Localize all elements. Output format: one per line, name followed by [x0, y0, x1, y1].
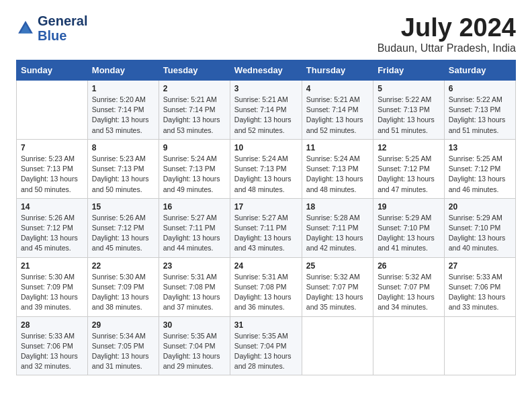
day-cell: 31Sunrise: 5:35 AMSunset: 7:04 PMDayligh… — [230, 316, 302, 375]
col-header-wednesday: Wednesday — [230, 60, 302, 81]
day-cell: 27Sunrise: 5:33 AMSunset: 7:06 PMDayligh… — [444, 257, 515, 316]
day-cell: 20Sunrise: 5:29 AMSunset: 7:10 PMDayligh… — [444, 198, 515, 257]
day-number: 14 — [21, 202, 83, 212]
header: General Blue July 2024 Budaun, Uttar Pra… — [16, 13, 516, 54]
day-detail: Sunrise: 5:33 AMSunset: 7:06 PMDaylight:… — [449, 272, 511, 313]
day-detail: Sunrise: 5:31 AMSunset: 7:08 PMDaylight:… — [163, 272, 226, 313]
day-cell: 10Sunrise: 5:24 AMSunset: 7:13 PMDayligh… — [230, 139, 302, 198]
day-cell: 15Sunrise: 5:26 AMSunset: 7:12 PMDayligh… — [87, 198, 159, 257]
day-detail: Sunrise: 5:24 AMSunset: 7:13 PMDaylight:… — [163, 154, 226, 195]
day-cell: 17Sunrise: 5:27 AMSunset: 7:11 PMDayligh… — [230, 198, 302, 257]
day-cell: 11Sunrise: 5:24 AMSunset: 7:13 PMDayligh… — [302, 139, 373, 198]
day-number: 17 — [234, 202, 298, 212]
day-detail: Sunrise: 5:23 AMSunset: 7:13 PMDaylight:… — [21, 154, 83, 195]
day-detail: Sunrise: 5:32 AMSunset: 7:07 PMDaylight:… — [378, 272, 440, 313]
day-number: 3 — [234, 84, 298, 93]
day-number: 16 — [163, 202, 226, 212]
day-cell: 23Sunrise: 5:31 AMSunset: 7:08 PMDayligh… — [159, 257, 230, 316]
day-cell — [373, 316, 445, 375]
col-header-saturday: Saturday — [444, 60, 515, 81]
day-number: 11 — [306, 143, 369, 152]
day-detail: Sunrise: 5:28 AMSunset: 7:11 PMDaylight:… — [306, 213, 369, 254]
day-cell: 7Sunrise: 5:23 AMSunset: 7:13 PMDaylight… — [17, 139, 88, 198]
day-number: 31 — [234, 320, 298, 330]
day-number: 2 — [163, 84, 226, 93]
day-cell: 14Sunrise: 5:26 AMSunset: 7:12 PMDayligh… — [17, 198, 88, 257]
day-cell: 19Sunrise: 5:29 AMSunset: 7:10 PMDayligh… — [373, 198, 445, 257]
day-cell: 30Sunrise: 5:35 AMSunset: 7:04 PMDayligh… — [159, 316, 230, 375]
day-detail: Sunrise: 5:21 AMSunset: 7:14 PMDaylight:… — [306, 95, 369, 136]
day-cell — [302, 316, 373, 375]
logo: General Blue — [16, 13, 87, 43]
day-detail: Sunrise: 5:22 AMSunset: 7:13 PMDaylight:… — [378, 95, 440, 136]
week-row-2: 7Sunrise: 5:23 AMSunset: 7:13 PMDaylight… — [17, 139, 516, 198]
day-detail: Sunrise: 5:25 AMSunset: 7:12 PMDaylight:… — [449, 154, 511, 195]
day-cell: 26Sunrise: 5:32 AMSunset: 7:07 PMDayligh… — [373, 257, 445, 316]
day-cell: 2Sunrise: 5:21 AMSunset: 7:14 PMDaylight… — [159, 81, 230, 140]
col-header-friday: Friday — [373, 60, 445, 81]
header-row: SundayMondayTuesdayWednesdayThursdayFrid… — [17, 60, 516, 81]
day-detail: Sunrise: 5:21 AMSunset: 7:14 PMDaylight:… — [234, 95, 298, 136]
day-detail: Sunrise: 5:26 AMSunset: 7:12 PMDaylight:… — [92, 213, 154, 254]
day-number: 8 — [92, 143, 154, 152]
day-detail: Sunrise: 5:32 AMSunset: 7:07 PMDaylight:… — [306, 272, 369, 313]
day-detail: Sunrise: 5:27 AMSunset: 7:11 PMDaylight:… — [234, 213, 298, 254]
day-cell: 13Sunrise: 5:25 AMSunset: 7:12 PMDayligh… — [444, 139, 515, 198]
day-number: 9 — [163, 143, 226, 152]
day-number: 28 — [21, 320, 83, 330]
day-number: 4 — [306, 84, 369, 93]
day-cell: 8Sunrise: 5:23 AMSunset: 7:13 PMDaylight… — [87, 139, 159, 198]
day-detail: Sunrise: 5:31 AMSunset: 7:08 PMDaylight:… — [234, 272, 298, 313]
day-cell — [444, 316, 515, 375]
day-number: 22 — [92, 261, 154, 271]
day-detail: Sunrise: 5:21 AMSunset: 7:14 PMDaylight:… — [163, 95, 226, 136]
logo-icon — [16, 19, 35, 38]
week-row-5: 28Sunrise: 5:33 AMSunset: 7:06 PMDayligh… — [17, 316, 516, 375]
month-title: July 2024 — [378, 13, 516, 42]
day-detail: Sunrise: 5:34 AMSunset: 7:05 PMDaylight:… — [92, 331, 154, 372]
day-number: 5 — [378, 84, 440, 93]
day-detail: Sunrise: 5:24 AMSunset: 7:13 PMDaylight:… — [306, 154, 369, 195]
calendar-table: SundayMondayTuesdayWednesdayThursdayFrid… — [16, 60, 516, 375]
day-number: 27 — [449, 261, 511, 271]
day-cell: 6Sunrise: 5:22 AMSunset: 7:13 PMDaylight… — [444, 81, 515, 140]
day-number: 12 — [378, 143, 440, 152]
day-cell — [17, 81, 88, 140]
day-number: 30 — [163, 320, 226, 330]
day-cell: 9Sunrise: 5:24 AMSunset: 7:13 PMDaylight… — [159, 139, 230, 198]
day-detail: Sunrise: 5:30 AMSunset: 7:09 PMDaylight:… — [92, 272, 154, 313]
day-cell: 1Sunrise: 5:20 AMSunset: 7:14 PMDaylight… — [87, 81, 159, 140]
logo-line2: Blue — [38, 28, 87, 43]
day-cell: 24Sunrise: 5:31 AMSunset: 7:08 PMDayligh… — [230, 257, 302, 316]
day-detail: Sunrise: 5:29 AMSunset: 7:10 PMDaylight:… — [378, 213, 440, 254]
day-number: 29 — [92, 320, 154, 330]
day-number: 15 — [92, 202, 154, 212]
day-detail: Sunrise: 5:30 AMSunset: 7:09 PMDaylight:… — [21, 272, 83, 313]
col-header-thursday: Thursday — [302, 60, 373, 81]
day-detail: Sunrise: 5:35 AMSunset: 7:04 PMDaylight:… — [163, 331, 226, 372]
logo-line1: General — [38, 13, 87, 28]
day-cell: 3Sunrise: 5:21 AMSunset: 7:14 PMDaylight… — [230, 81, 302, 140]
title-area: July 2024 Budaun, Uttar Pradesh, India — [378, 13, 516, 54]
week-row-3: 14Sunrise: 5:26 AMSunset: 7:12 PMDayligh… — [17, 198, 516, 257]
day-number: 21 — [21, 261, 83, 271]
day-detail: Sunrise: 5:29 AMSunset: 7:10 PMDaylight:… — [449, 213, 511, 254]
day-number: 23 — [163, 261, 226, 271]
day-number: 24 — [234, 261, 298, 271]
day-cell: 21Sunrise: 5:30 AMSunset: 7:09 PMDayligh… — [17, 257, 88, 316]
day-detail: Sunrise: 5:26 AMSunset: 7:12 PMDaylight:… — [21, 213, 83, 254]
day-detail: Sunrise: 5:24 AMSunset: 7:13 PMDaylight:… — [234, 154, 298, 195]
week-row-4: 21Sunrise: 5:30 AMSunset: 7:09 PMDayligh… — [17, 257, 516, 316]
day-number: 18 — [306, 202, 369, 212]
day-detail: Sunrise: 5:23 AMSunset: 7:13 PMDaylight:… — [92, 154, 154, 195]
day-number: 19 — [378, 202, 440, 212]
day-cell: 22Sunrise: 5:30 AMSunset: 7:09 PMDayligh… — [87, 257, 159, 316]
day-number: 13 — [449, 143, 511, 152]
day-number: 6 — [449, 84, 511, 93]
day-cell: 29Sunrise: 5:34 AMSunset: 7:05 PMDayligh… — [87, 316, 159, 375]
day-cell: 28Sunrise: 5:33 AMSunset: 7:06 PMDayligh… — [17, 316, 88, 375]
day-detail: Sunrise: 5:25 AMSunset: 7:12 PMDaylight:… — [378, 154, 440, 195]
day-number: 26 — [378, 261, 440, 271]
day-detail: Sunrise: 5:27 AMSunset: 7:11 PMDaylight:… — [163, 213, 226, 254]
day-number: 25 — [306, 261, 369, 271]
